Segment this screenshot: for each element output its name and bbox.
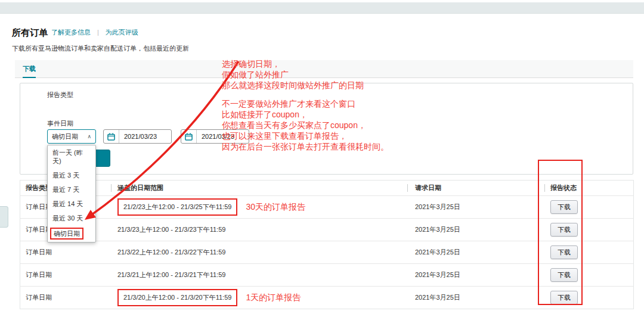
cell-request-date: 2021年3月25日 (407, 219, 544, 241)
dropdown-option-last-30-days[interactable]: 最近 30 天 (48, 211, 95, 225)
cell-report-type: 订单日期 (20, 287, 111, 309)
learn-more-link[interactable]: 了解更多信息 (51, 29, 91, 36)
table-header-row: 报告类型 涵盖的日期范围 请求日期 报告状态 (20, 181, 633, 195)
column-divider (111, 184, 112, 192)
table-row: 订单日期 21/3/22上午12:00 - 21/3/22下午11:59 202… (20, 241, 633, 263)
cell-date-range: 21/3/21上午12:00 - 21/3/21下午11:59 (111, 264, 407, 286)
cell-date-range: 21/3/23上午12:00 - 21/3/23下午11:59 (111, 219, 407, 241)
page-subtitle: 下载所有亚马逊物流订单和卖家自配送订单，包括最近的更新 (12, 44, 189, 53)
dropdown-option-last-14-days[interactable]: 最近 14 天 (48, 197, 95, 211)
cell-date-range: 21/2/23上午12:00 - 21/3/25下午11:5930天的订单报告 (111, 196, 407, 218)
table-row: 订单日期 21/3/23上午12:00 - 21/3/23下午11:59 202… (20, 218, 633, 241)
end-date-value: 2021/03/23 (197, 133, 234, 140)
header-date-range: 涵盖的日期范围 (111, 181, 407, 195)
cell-report-status: 下载 (544, 219, 633, 241)
date-range-select-value: 确切日期 (52, 132, 78, 141)
annotation-note-1day: 1天的订单报告 (246, 293, 301, 303)
cell-date-range: 21/3/20上午12:00 - 21/3/20下午11:591天的订单报告 (111, 287, 407, 309)
cell-report-status: 下载 (544, 287, 633, 309)
tab-download[interactable]: 下载 (23, 64, 36, 78)
calendar-icon (181, 130, 197, 143)
tab-bar: 下载 (15, 60, 633, 78)
cell-request-date: 2021年3月25日 (407, 264, 544, 286)
start-date-input[interactable]: 2021/03/23 (103, 129, 172, 144)
cell-request-date: 2021年3月25日 (407, 241, 544, 263)
annotation-box-1day: 21/3/20上午12:00 - 21/3/20下午11:59 (117, 289, 237, 306)
cell-report-status: 下载 (544, 241, 633, 263)
start-date-value: 2021/03/23 (119, 133, 157, 140)
column-divider (407, 184, 408, 192)
cell-report-status: 下载 (544, 264, 633, 286)
column-divider (544, 184, 545, 192)
dropdown-option-exact-date[interactable]: 确切日期 (48, 225, 95, 242)
date-range-dropdown: 前一天 (昨天) 最近 3 天 最近 7 天 最近 14 天 最近 30 天 确… (47, 145, 96, 243)
download-button[interactable]: 下载 (550, 268, 578, 282)
calendar-icon (104, 130, 119, 143)
event-date-label: 事件日期 (47, 119, 73, 128)
reports-table: 报告类型 涵盖的日期范围 请求日期 报告状态 订单日期 21/2/23上午12:… (20, 180, 634, 309)
cell-request-date: 2021年3月25日 (407, 287, 544, 309)
cell-report-type: 订单日期 (20, 264, 111, 286)
rate-page-link[interactable]: 为此页评级 (106, 29, 138, 36)
header-report-status: 报告状态 (544, 181, 633, 195)
table-row: 订单日期 21/3/20上午12:00 - 21/3/20下午11:591天的订… (20, 286, 633, 309)
dropdown-option-previous-day[interactable]: 前一天 (昨天) (48, 145, 95, 168)
page-title: 所有订单 (12, 27, 48, 38)
download-button[interactable]: 下载 (550, 200, 578, 214)
download-button[interactable]: 下载 (550, 223, 578, 237)
report-request-panel: 报告类型 订单日期 上次更新日期 事件日期 确切日期 ∧ 2021/03/23 … (20, 83, 633, 175)
download-button[interactable]: 下载 (550, 245, 578, 259)
table-row: 订单日期 21/2/23上午12:00 - 21/3/25下午11:5930天的… (20, 195, 633, 218)
top-bar (0, 2, 644, 14)
date-range-select[interactable]: 确切日期 ∧ (47, 129, 96, 144)
cell-request-date: 2021年3月25日 (407, 196, 544, 218)
end-date-input[interactable]: 2021/03/23 (181, 129, 249, 144)
cell-report-status: 下载 (544, 196, 633, 218)
cell-report-type: 订单日期 (20, 241, 111, 263)
download-button[interactable]: 下载 (550, 291, 578, 304)
link-separator: | (97, 29, 99, 36)
annotation-note-30day: 30天的订单报告 (246, 202, 305, 213)
page-header: 所有订单了解更多信息|为此页评级 下载所有亚马逊物流订单和卖家自配送订单，包括最… (12, 27, 189, 53)
table-row: 订单日期 21/3/21上午12:00 - 21/3/21下午11:59 202… (20, 263, 633, 286)
annotation-box-exact-date: 确切日期 (50, 228, 83, 240)
header-request-date: 请求日期 (407, 181, 544, 195)
dropdown-option-last-3-days[interactable]: 最近 3 天 (48, 168, 95, 182)
chevron-up-icon: ∧ (87, 133, 91, 139)
left-edge-flap[interactable] (0, 206, 8, 228)
annotation-box-30day: 21/2/23上午12:00 - 21/3/25下午11:59 (117, 198, 237, 216)
cell-date-range: 21/3/22上午12:00 - 21/3/22下午11:59 (111, 241, 407, 263)
dropdown-option-last-7-days[interactable]: 最近 7 天 (48, 182, 95, 197)
report-type-label: 报告类型 (47, 91, 73, 100)
